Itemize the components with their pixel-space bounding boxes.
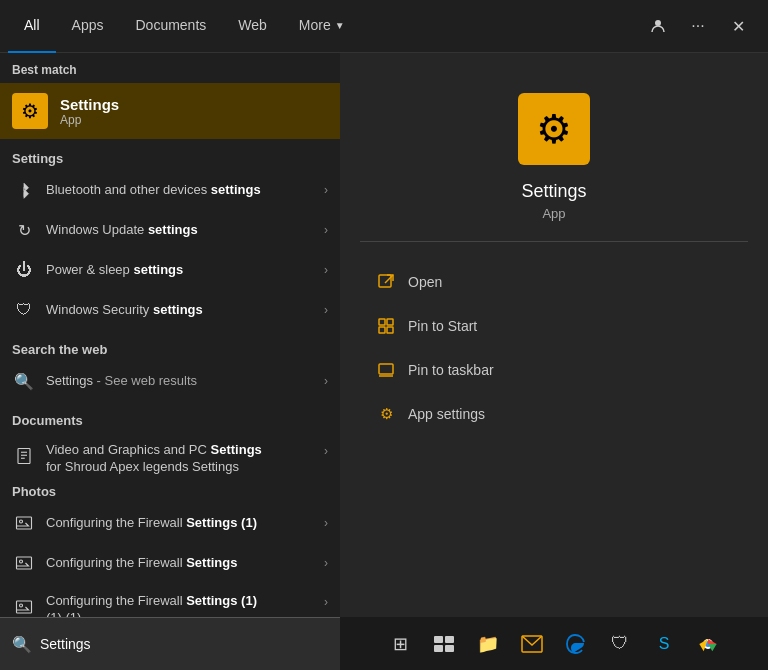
list-item[interactable]: ⏻ Power & sleep settings › [0, 250, 340, 290]
best-match-item[interactable]: ⚙ Settings App [0, 83, 340, 139]
security-icon[interactable]: 🛡 [602, 626, 638, 662]
main-content: Best match ⚙ Settings App Settings Bluet… [0, 53, 768, 617]
search-input[interactable] [40, 636, 328, 652]
photo-icon [12, 511, 36, 535]
list-item[interactable]: Video and Graphics and PC Settingsfor Sh… [0, 432, 340, 472]
app-settings-label: App settings [408, 406, 485, 422]
shield-icon: 🛡 [12, 298, 36, 322]
svg-rect-1 [18, 449, 30, 464]
app-settings-icon: ⚙ [376, 404, 396, 424]
arrow-icon: › [324, 444, 328, 458]
taskbar: ⊞ 📁 🛡 S [340, 626, 768, 662]
svg-rect-9 [17, 601, 32, 613]
search-box: 🔍 [0, 617, 340, 670]
pin-taskbar-icon [376, 360, 396, 380]
divider [360, 241, 748, 242]
item-text: Settings - See web results [46, 373, 314, 390]
item-text: Video and Graphics and PC Settingsfor Sh… [46, 442, 314, 476]
svg-rect-16 [387, 327, 393, 333]
item-text: Windows Update settings [46, 222, 314, 239]
app-icon-large: ⚙ [518, 93, 590, 165]
start-button[interactable]: ⊞ [382, 626, 418, 662]
bottom-bar: 🔍 ⊞ 📁 🛡 S [0, 617, 768, 670]
svg-point-0 [655, 20, 661, 26]
svg-rect-11 [379, 275, 391, 287]
person-icon[interactable] [644, 12, 672, 40]
search-icon: 🔍 [12, 635, 32, 654]
arrow-icon: › [324, 183, 328, 197]
svg-point-8 [20, 560, 23, 563]
more-label: More [299, 17, 331, 33]
section-label-web: Search the web [0, 334, 340, 361]
item-text: Configuring the Firewall Settings (1)(1)… [46, 593, 314, 617]
arrow-icon: › [324, 374, 328, 388]
list-item[interactable]: ↻ Windows Update settings › [0, 210, 340, 250]
arrow-icon: › [324, 263, 328, 277]
list-item[interactable]: Configuring the Firewall Settings (1) › [0, 503, 340, 543]
tab-documents[interactable]: Documents [119, 0, 222, 53]
open-label: Open [408, 274, 442, 290]
left-panel: Best match ⚙ Settings App Settings Bluet… [0, 53, 340, 617]
item-text: Windows Security settings [46, 302, 314, 319]
edge-browser-icon[interactable] [558, 626, 594, 662]
svg-point-6 [20, 520, 23, 523]
action-list: Open Pin to Start Pin to taskbar ⚙ App s… [360, 262, 748, 434]
best-match-label: Best match [0, 53, 340, 83]
tab-apps[interactable]: Apps [56, 0, 120, 53]
nav-tabs: All Apps Documents Web More ▼ [8, 0, 644, 53]
list-item[interactable]: Configuring the Firewall Settings › [0, 543, 340, 583]
best-match-name: Settings [60, 96, 119, 113]
arrow-icon: › [324, 556, 328, 570]
right-panel: ⚙ Settings App Open Pin to Start [340, 53, 768, 617]
svg-rect-21 [434, 645, 443, 652]
tab-more[interactable]: More ▼ [283, 0, 361, 53]
ellipsis-icon[interactable]: ··· [684, 12, 712, 40]
svg-point-10 [20, 604, 23, 607]
app-type-large: App [542, 206, 565, 221]
action-open[interactable]: Open [360, 262, 748, 302]
pin-start-label: Pin to Start [408, 318, 477, 334]
svg-rect-14 [387, 319, 393, 325]
tab-all[interactable]: All [8, 0, 56, 53]
file-explorer-icon[interactable]: 📁 [470, 626, 506, 662]
bluetooth-icon [12, 178, 36, 202]
chrome-icon[interactable] [690, 626, 726, 662]
action-app-settings[interactable]: ⚙ App settings [360, 394, 748, 434]
tab-web[interactable]: Web [222, 0, 283, 53]
section-label-documents: Documents [0, 405, 340, 432]
action-pin-taskbar[interactable]: Pin to taskbar [360, 350, 748, 390]
item-text: Power & sleep settings [46, 262, 314, 279]
list-item[interactable]: 🛡 Windows Security settings › [0, 290, 340, 330]
svg-rect-5 [17, 517, 32, 529]
close-icon[interactable]: ✕ [724, 12, 752, 40]
section-label-photos: Photos [0, 476, 340, 503]
section-label-settings: Settings [0, 143, 340, 170]
update-icon: ↻ [12, 218, 36, 242]
photo-icon [12, 595, 36, 617]
pin-start-icon [376, 316, 396, 336]
pin-taskbar-label: Pin to taskbar [408, 362, 494, 378]
arrow-icon: › [324, 223, 328, 237]
svg-line-12 [385, 275, 393, 283]
svg-rect-13 [379, 319, 385, 325]
list-item[interactable]: Bluetooth and other devices settings › [0, 170, 340, 210]
open-icon [376, 272, 396, 292]
skype-icon[interactable]: S [646, 626, 682, 662]
svg-rect-15 [379, 327, 385, 333]
svg-rect-19 [434, 636, 443, 643]
app-name-large: Settings [521, 181, 586, 202]
task-view-icon[interactable] [426, 626, 462, 662]
list-item[interactable]: Configuring the Firewall Settings (1)(1)… [0, 583, 340, 617]
list-item[interactable]: 🔍 Settings - See web results › [0, 361, 340, 401]
action-pin-start[interactable]: Pin to Start [360, 306, 748, 346]
item-text: Configuring the Firewall Settings (1) [46, 515, 314, 532]
photo-icon [12, 551, 36, 575]
svg-rect-7 [17, 557, 32, 569]
arrow-icon: › [324, 303, 328, 317]
chevron-down-icon: ▼ [335, 20, 345, 31]
mail-icon[interactable] [514, 626, 550, 662]
best-match-type: App [60, 113, 119, 127]
arrow-icon: › [324, 516, 328, 530]
best-match-info: Settings App [60, 96, 119, 127]
nav-controls: ··· ✕ [644, 12, 760, 40]
